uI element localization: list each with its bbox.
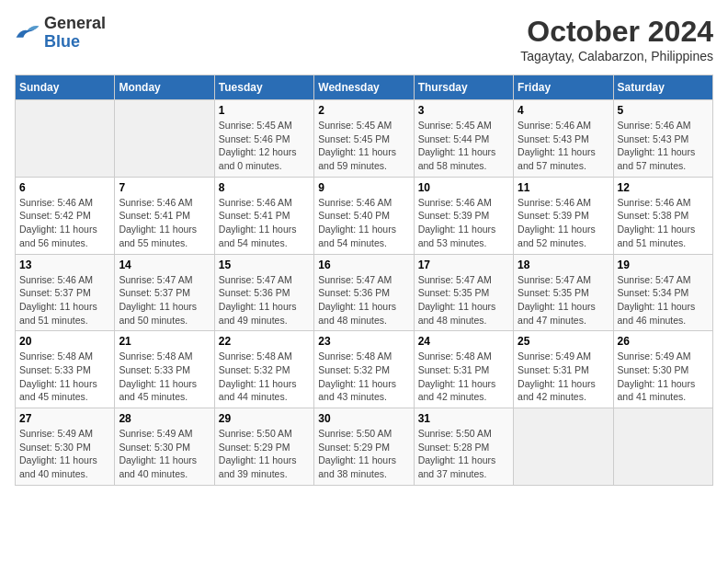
day-info: Sunrise: 5:49 AM Sunset: 5:30 PM Dayligh… <box>19 427 110 481</box>
day-info: Sunrise: 5:45 AM Sunset: 5:46 PM Dayligh… <box>219 119 310 173</box>
calendar-day-cell: 9Sunrise: 5:46 AM Sunset: 5:40 PM Daylig… <box>314 177 414 254</box>
day-info: Sunrise: 5:48 AM Sunset: 5:32 PM Dayligh… <box>219 350 310 404</box>
calendar-day-cell: 21Sunrise: 5:48 AM Sunset: 5:33 PM Dayli… <box>115 331 214 408</box>
day-number: 15 <box>219 259 310 271</box>
logo: General Blue <box>15 15 106 52</box>
calendar-day-cell: 15Sunrise: 5:47 AM Sunset: 5:36 PM Dayli… <box>214 254 313 331</box>
calendar-day-cell <box>613 408 712 486</box>
day-info: Sunrise: 5:46 AM Sunset: 5:38 PM Dayligh… <box>618 196 709 250</box>
day-info: Sunrise: 5:45 AM Sunset: 5:45 PM Dayligh… <box>318 119 409 173</box>
day-number: 2 <box>318 104 409 117</box>
day-number: 20 <box>19 335 110 348</box>
day-info: Sunrise: 5:47 AM Sunset: 5:36 PM Dayligh… <box>318 273 409 327</box>
day-number: 9 <box>318 181 409 194</box>
weekday-header-cell: Thursday <box>414 75 513 100</box>
calendar-day-cell <box>16 100 115 178</box>
logo-text: General Blue <box>44 15 106 52</box>
calendar-day-cell: 29Sunrise: 5:50 AM Sunset: 5:29 PM Dayli… <box>214 408 313 486</box>
calendar-day-cell: 1Sunrise: 5:45 AM Sunset: 5:46 PM Daylig… <box>214 100 313 178</box>
day-number: 3 <box>418 104 509 117</box>
page-header: General Blue October 2024 Tagaytay, Cala… <box>15 15 713 63</box>
day-number: 24 <box>418 335 509 348</box>
weekday-header-cell: Saturday <box>613 75 712 100</box>
day-info: Sunrise: 5:46 AM Sunset: 5:43 PM Dayligh… <box>618 119 709 173</box>
calendar-day-cell: 5Sunrise: 5:46 AM Sunset: 5:43 PM Daylig… <box>613 100 712 178</box>
calendar-day-cell: 26Sunrise: 5:49 AM Sunset: 5:30 PM Dayli… <box>613 331 712 408</box>
calendar-day-cell <box>115 100 214 178</box>
day-info: Sunrise: 5:48 AM Sunset: 5:31 PM Dayligh… <box>418 350 509 404</box>
calendar-day-cell: 25Sunrise: 5:49 AM Sunset: 5:31 PM Dayli… <box>514 331 613 408</box>
day-info: Sunrise: 5:46 AM Sunset: 5:43 PM Dayligh… <box>518 119 609 173</box>
day-number: 19 <box>618 259 709 271</box>
day-number: 22 <box>219 335 310 348</box>
day-info: Sunrise: 5:46 AM Sunset: 5:41 PM Dayligh… <box>119 196 210 250</box>
day-number: 8 <box>219 181 310 194</box>
calendar-day-cell: 6Sunrise: 5:46 AM Sunset: 5:42 PM Daylig… <box>16 177 115 254</box>
day-number: 31 <box>418 412 509 425</box>
calendar-day-cell: 16Sunrise: 5:47 AM Sunset: 5:36 PM Dayli… <box>314 254 414 331</box>
calendar-day-cell: 20Sunrise: 5:48 AM Sunset: 5:33 PM Dayli… <box>16 331 115 408</box>
day-number: 21 <box>119 335 210 348</box>
day-info: Sunrise: 5:47 AM Sunset: 5:37 PM Dayligh… <box>119 273 210 327</box>
day-info: Sunrise: 5:47 AM Sunset: 5:34 PM Dayligh… <box>618 273 709 327</box>
calendar-day-cell: 3Sunrise: 5:45 AM Sunset: 5:44 PM Daylig… <box>414 100 513 178</box>
calendar-day-cell: 27Sunrise: 5:49 AM Sunset: 5:30 PM Dayli… <box>16 408 115 486</box>
day-info: Sunrise: 5:46 AM Sunset: 5:41 PM Dayligh… <box>219 196 310 250</box>
day-number: 17 <box>418 259 509 271</box>
day-number: 18 <box>518 259 609 271</box>
day-info: Sunrise: 5:46 AM Sunset: 5:42 PM Dayligh… <box>19 196 110 250</box>
day-number: 6 <box>19 181 110 194</box>
day-info: Sunrise: 5:50 AM Sunset: 5:29 PM Dayligh… <box>219 427 310 481</box>
calendar-table: SundayMondayTuesdayWednesdayThursdayFrid… <box>15 75 713 486</box>
day-info: Sunrise: 5:47 AM Sunset: 5:35 PM Dayligh… <box>518 273 609 327</box>
weekday-header-row: SundayMondayTuesdayWednesdayThursdayFrid… <box>16 75 713 100</box>
day-number: 16 <box>318 259 409 271</box>
calendar-body: 1Sunrise: 5:45 AM Sunset: 5:46 PM Daylig… <box>16 100 713 486</box>
day-info: Sunrise: 5:46 AM Sunset: 5:39 PM Dayligh… <box>418 196 509 250</box>
day-number: 30 <box>318 412 409 425</box>
calendar-day-cell: 2Sunrise: 5:45 AM Sunset: 5:45 PM Daylig… <box>314 100 414 178</box>
day-info: Sunrise: 5:48 AM Sunset: 5:33 PM Dayligh… <box>119 350 210 404</box>
calendar-week-row: 1Sunrise: 5:45 AM Sunset: 5:46 PM Daylig… <box>16 100 713 178</box>
day-number: 13 <box>19 259 110 271</box>
day-info: Sunrise: 5:46 AM Sunset: 5:37 PM Dayligh… <box>19 273 110 327</box>
calendar-day-cell: 13Sunrise: 5:46 AM Sunset: 5:37 PM Dayli… <box>16 254 115 331</box>
day-number: 10 <box>418 181 509 194</box>
calendar-day-cell: 28Sunrise: 5:49 AM Sunset: 5:30 PM Dayli… <box>115 408 214 486</box>
calendar-day-cell: 14Sunrise: 5:47 AM Sunset: 5:37 PM Dayli… <box>115 254 214 331</box>
location-title: Tagaytay, Calabarzon, Philippines <box>520 49 713 63</box>
calendar-day-cell: 24Sunrise: 5:48 AM Sunset: 5:31 PM Dayli… <box>414 331 513 408</box>
weekday-header-cell: Friday <box>514 75 613 100</box>
day-info: Sunrise: 5:47 AM Sunset: 5:35 PM Dayligh… <box>418 273 509 327</box>
calendar-week-row: 13Sunrise: 5:46 AM Sunset: 5:37 PM Dayli… <box>16 254 713 331</box>
day-number: 25 <box>518 335 609 348</box>
calendar-day-cell: 22Sunrise: 5:48 AM Sunset: 5:32 PM Dayli… <box>214 331 313 408</box>
day-info: Sunrise: 5:49 AM Sunset: 5:30 PM Dayligh… <box>119 427 210 481</box>
day-info: Sunrise: 5:49 AM Sunset: 5:30 PM Dayligh… <box>618 350 709 404</box>
day-number: 28 <box>119 412 210 425</box>
calendar-day-cell: 11Sunrise: 5:46 AM Sunset: 5:39 PM Dayli… <box>514 177 613 254</box>
calendar-day-cell: 23Sunrise: 5:48 AM Sunset: 5:32 PM Dayli… <box>314 331 414 408</box>
day-info: Sunrise: 5:50 AM Sunset: 5:29 PM Dayligh… <box>318 427 409 481</box>
day-number: 11 <box>518 181 609 194</box>
calendar-day-cell: 10Sunrise: 5:46 AM Sunset: 5:39 PM Dayli… <box>414 177 513 254</box>
calendar-day-cell: 17Sunrise: 5:47 AM Sunset: 5:35 PM Dayli… <box>414 254 513 331</box>
calendar-week-row: 6Sunrise: 5:46 AM Sunset: 5:42 PM Daylig… <box>16 177 713 254</box>
day-number: 26 <box>618 335 709 348</box>
calendar-day-cell: 18Sunrise: 5:47 AM Sunset: 5:35 PM Dayli… <box>514 254 613 331</box>
day-info: Sunrise: 5:50 AM Sunset: 5:28 PM Dayligh… <box>418 427 509 481</box>
day-info: Sunrise: 5:48 AM Sunset: 5:32 PM Dayligh… <box>318 350 409 404</box>
day-number: 1 <box>219 104 310 117</box>
title-block: October 2024 Tagaytay, Calabarzon, Phili… <box>520 15 713 63</box>
day-info: Sunrise: 5:46 AM Sunset: 5:39 PM Dayligh… <box>518 196 609 250</box>
day-number: 12 <box>618 181 709 194</box>
day-info: Sunrise: 5:45 AM Sunset: 5:44 PM Dayligh… <box>418 119 509 173</box>
day-info: Sunrise: 5:46 AM Sunset: 5:40 PM Dayligh… <box>318 196 409 250</box>
calendar-day-cell: 7Sunrise: 5:46 AM Sunset: 5:41 PM Daylig… <box>115 177 214 254</box>
calendar-week-row: 20Sunrise: 5:48 AM Sunset: 5:33 PM Dayli… <box>16 331 713 408</box>
day-number: 5 <box>618 104 709 117</box>
day-number: 23 <box>318 335 409 348</box>
day-info: Sunrise: 5:48 AM Sunset: 5:33 PM Dayligh… <box>19 350 110 404</box>
day-info: Sunrise: 5:49 AM Sunset: 5:31 PM Dayligh… <box>518 350 609 404</box>
calendar-day-cell: 12Sunrise: 5:46 AM Sunset: 5:38 PM Dayli… <box>613 177 712 254</box>
